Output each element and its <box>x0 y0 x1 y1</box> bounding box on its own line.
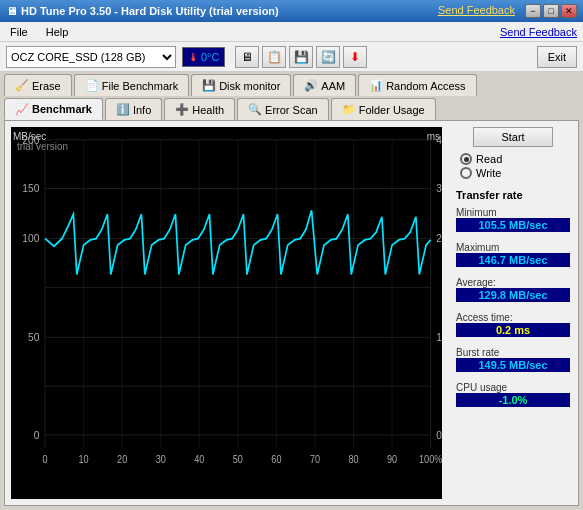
radio-read-dot <box>460 153 472 165</box>
tab-file-benchmark[interactable]: 📄 File Benchmark <box>74 74 189 96</box>
svg-text:40: 40 <box>436 133 442 146</box>
temperature-badge: 🌡 0°C <box>182 47 225 67</box>
tab-benchmark[interactable]: 📈 Benchmark <box>4 98 103 120</box>
temperature-value: 0°C <box>201 51 219 63</box>
cpu-usage-stat: CPU usage -1.0% <box>456 382 570 409</box>
tab-erase[interactable]: 🧹 Erase <box>4 74 72 96</box>
tab-random-access[interactable]: 📊 Random Access <box>358 74 476 96</box>
benchmark-chart: 200 150 100 50 0 40 30 20 10 0 0 10 20 3… <box>11 127 442 499</box>
radio-write-dot <box>460 167 472 179</box>
svg-text:100%: 100% <box>419 454 442 466</box>
info-icon: ℹ️ <box>116 103 130 116</box>
svg-text:50: 50 <box>233 454 243 466</box>
chart-container: MB/sec ms trial version 200 <box>11 127 442 499</box>
error-scan-icon: 🔍 <box>248 103 262 116</box>
cpu-usage-value: -1.0% <box>456 393 570 407</box>
svg-text:30: 30 <box>156 454 166 466</box>
disk-monitor-icon: 💾 <box>202 79 216 92</box>
minimize-button[interactable]: − <box>525 4 541 18</box>
menu-file[interactable]: File <box>6 25 32 39</box>
burst-rate-value: 149.5 MB/sec <box>456 358 570 372</box>
minimum-value: 105.5 MB/sec <box>456 218 570 232</box>
tabs-row-2: 📈 Benchmark ℹ️ Info ➕ Health 🔍 Error Sca… <box>0 96 583 120</box>
svg-text:70: 70 <box>310 454 320 466</box>
aam-icon: 🔊 <box>304 79 318 92</box>
svg-text:10: 10 <box>436 331 442 344</box>
svg-text:200: 200 <box>22 133 39 146</box>
file-benchmark-icon: 📄 <box>85 79 99 92</box>
toolbar-btn-1[interactable]: 🖥 <box>235 46 259 68</box>
maximum-value: 146.7 MB/sec <box>456 253 570 267</box>
tabs-row-1: 🧹 Erase 📄 File Benchmark 💾 Disk monitor … <box>0 72 583 96</box>
window-title: HD Tune Pro 3.50 - Hard Disk Utility (tr… <box>21 5 279 17</box>
burst-rate-stat: Burst rate 149.5 MB/sec <box>456 347 570 374</box>
right-panel: Start Read Write Transfer rate Minimum 1… <box>448 121 578 505</box>
svg-text:20: 20 <box>436 232 442 245</box>
access-time-stat: Access time: 0.2 ms <box>456 312 570 339</box>
svg-text:50: 50 <box>28 331 39 344</box>
menu-bar: File Help Send Feedback <box>0 22 583 42</box>
menu-help[interactable]: Help <box>42 25 73 39</box>
average-value: 129.8 MB/sec <box>456 288 570 302</box>
svg-text:10: 10 <box>79 454 89 466</box>
minimum-stat: Minimum 105.5 MB/sec <box>456 207 570 234</box>
toolbar-btn-3[interactable]: 💾 <box>289 46 313 68</box>
toolbar-btn-4[interactable]: 🔄 <box>316 46 340 68</box>
radio-write[interactable]: Write <box>460 167 570 179</box>
read-write-radio-group: Read Write <box>460 153 570 179</box>
svg-text:150: 150 <box>22 182 39 195</box>
svg-text:0: 0 <box>43 454 48 466</box>
svg-text:90: 90 <box>387 454 397 466</box>
svg-text:60: 60 <box>271 454 281 466</box>
close-button[interactable]: ✕ <box>561 4 577 18</box>
health-icon: ➕ <box>175 103 189 116</box>
content-area: MB/sec ms trial version 200 <box>4 120 579 506</box>
toolbar-btn-5[interactable]: ⬇ <box>343 46 367 68</box>
svg-text:100: 100 <box>22 232 39 245</box>
svg-text:0: 0 <box>436 428 442 441</box>
toolbar-btn-2[interactable]: 📋 <box>262 46 286 68</box>
exit-button[interactable]: Exit <box>537 46 577 68</box>
tab-disk-monitor[interactable]: 💾 Disk monitor <box>191 74 291 96</box>
svg-text:80: 80 <box>348 454 358 466</box>
maximize-button[interactable]: □ <box>543 4 559 18</box>
drive-select[interactable]: OCZ CORE_SSD (128 GB) <box>6 46 176 68</box>
svg-text:40: 40 <box>194 454 204 466</box>
folder-usage-icon: 📁 <box>342 103 356 116</box>
thermometer-icon: 🌡 <box>188 51 199 63</box>
random-access-icon: 📊 <box>369 79 383 92</box>
tab-health[interactable]: ➕ Health <box>164 98 235 120</box>
toolbar: OCZ CORE_SSD (128 GB) 🌡 0°C 🖥 📋 💾 🔄 ⬇ Ex… <box>0 42 583 72</box>
radio-read[interactable]: Read <box>460 153 570 165</box>
feedback-link-menu[interactable]: Send Feedback <box>500 26 577 38</box>
title-bar: 🖥 HD Tune Pro 3.50 - Hard Disk Utility (… <box>0 0 583 22</box>
benchmark-icon: 📈 <box>15 103 29 116</box>
maximum-stat: Maximum 146.7 MB/sec <box>456 242 570 269</box>
app-icon: 🖥 <box>6 5 17 17</box>
feedback-link[interactable]: Send Feedback <box>438 4 515 18</box>
tab-folder-usage[interactable]: 📁 Folder Usage <box>331 98 436 120</box>
access-time-value: 0.2 ms <box>456 323 570 337</box>
average-stat: Average: 129.8 MB/sec <box>456 277 570 304</box>
tab-error-scan[interactable]: 🔍 Error Scan <box>237 98 329 120</box>
erase-icon: 🧹 <box>15 79 29 92</box>
tab-aam[interactable]: 🔊 AAM <box>293 74 356 96</box>
svg-text:0: 0 <box>34 428 40 441</box>
tab-info[interactable]: ℹ️ Info <box>105 98 162 120</box>
start-button[interactable]: Start <box>473 127 553 147</box>
transfer-rate-label: Transfer rate <box>456 189 570 201</box>
svg-text:30: 30 <box>436 182 442 195</box>
svg-text:20: 20 <box>117 454 127 466</box>
